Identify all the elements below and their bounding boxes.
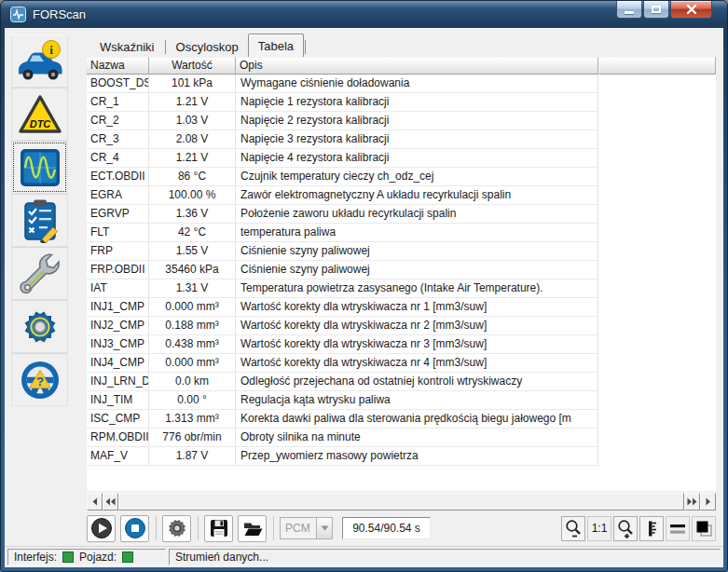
tab-tabela[interactable]: Tabela [248, 34, 304, 57]
table-row[interactable]: CR_2 1.03 V Napięcie 2 rezystora kalibra… [87, 112, 598, 130]
stop-button[interactable] [120, 515, 149, 542]
scroll-right-button[interactable] [700, 493, 716, 511]
table-row[interactable]: IAT 1.31 V Temperatura powietrza zasysan… [87, 279, 598, 298]
ruler-icon [642, 519, 661, 538]
tab-wskazniki[interactable]: Wskaźniki [90, 38, 164, 57]
toolbar-separator [156, 516, 157, 540]
row-name: EGRA [87, 186, 149, 204]
row-name: ECT.OBDII [87, 168, 149, 185]
table-row[interactable]: CR_4 1.21 V Napięcie 4 rezystora kalibra… [87, 149, 598, 168]
table-row[interactable]: EGRVP 1.36 V Położenie zaworu układu rec… [87, 205, 598, 224]
row-name: INJ3_CMP [87, 335, 149, 353]
maximize-icon [652, 6, 661, 13]
view-controls: 1:1 [559, 516, 716, 541]
table-row[interactable]: RPM.OBDII 776 obr/min Obroty silnika na … [87, 429, 598, 447]
scroll-left-button[interactable] [87, 493, 103, 511]
save-button[interactable] [204, 515, 233, 542]
row-value: 2.08 V [149, 130, 236, 148]
row-description: Ciśnienie szyny paliwowej [236, 242, 598, 260]
zoom-out-button[interactable] [561, 516, 585, 541]
row-value: 0.188 mm³ [149, 317, 236, 334]
svg-text:i: i [49, 43, 53, 57]
black-square-icon [694, 519, 713, 538]
row-description: Korekta dawki paliwa dla sterowania pręd… [236, 410, 598, 428]
close-button[interactable] [670, 1, 712, 19]
table-row[interactable]: INJ_TIM 0.00 ° Regulacja kąta wtrysku pa… [87, 391, 598, 410]
table-row[interactable]: BOOST_DSD 101 kPa Wymagane ciśnienie doł… [87, 75, 598, 93]
row-value: 1.55 V [149, 242, 236, 260]
sidebar-item-about[interactable]: ? [11, 353, 68, 406]
row-value: 101 kPa [149, 75, 236, 92]
background-color-button[interactable] [692, 516, 716, 541]
svg-text:DTC: DTC [29, 118, 51, 129]
scroll-fast-left-button[interactable] [103, 493, 118, 511]
row-description: Wartość korekty dla wtryskiwacza nr 1 [m… [236, 298, 598, 316]
maximize-button[interactable] [643, 1, 669, 19]
dtc-warning-icon: DTC [18, 94, 62, 135]
sidebar-item-service[interactable] [11, 247, 68, 300]
row-description: Ciśnienie szyny paliwowej [236, 261, 598, 279]
status-message: Strumień danych... [175, 551, 268, 564]
table-row[interactable]: FRP 1.55 V Ciśnienie szyny paliwowej [87, 242, 598, 261]
table-row[interactable]: FLT 42 °C temperatura paliwa [87, 224, 598, 242]
zoom-in-button[interactable] [613, 516, 638, 541]
table-row[interactable]: ECT.OBDII 86 °C Czujnik temperatury ciec… [87, 168, 598, 186]
dropdown-button[interactable] [316, 518, 332, 538]
vehicle-status-indicator [122, 552, 133, 563]
row-name: INJ2_CMP [87, 317, 149, 334]
car-info-icon: i [16, 39, 64, 84]
tab-oscyloskop[interactable]: Oscyloskop [167, 38, 248, 57]
row-value: 776 obr/min [149, 429, 236, 446]
table-row[interactable]: INJ1_CMP 0.000 mm³ Wartość korekty dla w… [87, 298, 598, 317]
column-header-filler [598, 57, 716, 75]
row-name: CR_3 [87, 130, 149, 148]
titlebar[interactable]: FORScan [1, 1, 727, 28]
table-row[interactable]: INJ2_CMP 0.188 mm³ Wartość korekty dla w… [87, 317, 598, 335]
scrollbar-thumb[interactable] [118, 493, 684, 511]
arrow-left-icon [92, 497, 98, 506]
sidebar-item-vehicle-info[interactable]: i [11, 34, 68, 88]
row-description: Napięcie 1 rezystora kalibracji [236, 93, 598, 111]
minimize-button[interactable] [616, 1, 642, 19]
sidebar-item-tests[interactable] [11, 194, 68, 247]
clipboard-tests-icon [19, 198, 62, 243]
line-style-button[interactable] [666, 516, 690, 541]
row-value: 1.21 V [149, 93, 236, 111]
play-button[interactable] [87, 515, 116, 542]
horizontal-scrollbar [87, 493, 716, 511]
row-value: 100.00 % [149, 186, 236, 204]
row-name: RPM.OBDII [87, 429, 149, 446]
table-row[interactable]: INJ3_CMP 0.438 mm³ Wartość korekty dla w… [87, 335, 598, 354]
ruler-button[interactable] [639, 516, 664, 541]
transport-toolbar: PCM 90.54/90.54 s [87, 513, 716, 543]
sidebar: i DTC [5, 28, 83, 546]
row-name: FLT [87, 224, 149, 241]
open-file-button[interactable] [238, 515, 267, 542]
log-settings-button[interactable] [162, 515, 191, 542]
scroll-fast-right-button[interactable] [684, 493, 700, 511]
table-row[interactable]: FRP.OBDII 35460 kPa Ciśnienie szyny pali… [87, 261, 598, 279]
column-header-opis[interactable]: Opis [236, 57, 598, 75]
column-header-nazwa[interactable]: Nazwa [87, 57, 149, 75]
scale-1-1-button[interactable]: 1:1 [587, 516, 611, 541]
row-value: 0.0 km [149, 373, 236, 390]
chevron-down-icon [321, 525, 329, 531]
module-select[interactable]: PCM [280, 517, 333, 539]
table-row[interactable]: MAF_V 1.87 V Przep_ywomierz masowy powie… [87, 447, 598, 466]
row-value: 1.87 V [149, 447, 236, 465]
sidebar-item-settings[interactable] [11, 300, 68, 353]
oscilloscope-icon [18, 146, 62, 189]
table-row[interactable]: INJ4_CMP 0.000 mm³ Wartość korekty dla w… [87, 354, 598, 373]
table-row[interactable]: EGRA 100.00 % Zawór elektromagnetyczny A… [87, 186, 598, 205]
table-row[interactable]: CR_3 2.08 V Napięcie 3 rezystora kalibra… [87, 130, 598, 149]
row-name: FRP.OBDII [87, 261, 149, 279]
sidebar-item-oscilloscope[interactable] [11, 141, 68, 194]
column-header-wartosc[interactable]: Wartość [149, 57, 236, 75]
table-row[interactable]: CR_1 1.21 V Napięcie 1 rezystora kalibra… [87, 93, 598, 112]
table-row[interactable]: INJ_LRN_DIS 0.0 km Odległość przejechana… [87, 373, 598, 391]
table-row[interactable]: ISC_CMP 1.313 mm³ Korekta dawki paliwa d… [87, 410, 598, 429]
sidebar-item-dtc[interactable]: DTC [11, 88, 68, 141]
row-description: Przep_ywomierz masowy powietrza [236, 447, 598, 465]
row-name: CR_4 [87, 149, 149, 167]
status-bar: Interfejs: Pojazd: Strumień danych... [5, 546, 723, 567]
